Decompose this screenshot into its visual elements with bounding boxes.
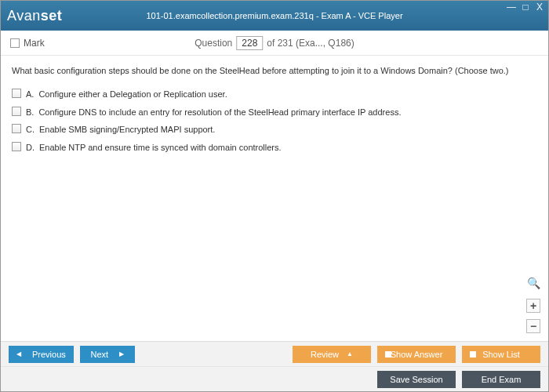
question-label-pre: Question — [195, 38, 232, 49]
save-session-button[interactable]: Save Session — [377, 371, 456, 388]
mark-label: Mark — [24, 38, 45, 49]
zoom-out-button[interactable]: − — [526, 319, 540, 333]
app-window: Avanset 101-01.examcollection.premium.ex… — [0, 0, 549, 392]
checkbox-icon — [10, 38, 20, 48]
option-letter: D. — [26, 141, 35, 154]
option-c[interactable]: C. Enable SMB signing/Encrypted MAPI sup… — [12, 123, 537, 136]
question-label-post: of 231 (Exa..., Q186) — [267, 38, 354, 49]
titlebar: Avanset 101-01.examcollection.premium.ex… — [1, 1, 548, 31]
previous-button[interactable]: Previous — [9, 346, 74, 363]
next-button[interactable]: Next — [80, 346, 135, 363]
zoom-in-button[interactable]: + — [526, 299, 540, 313]
checkbox-icon — [12, 107, 21, 116]
option-text: Enable NTP and ensure time is synced wit… — [39, 141, 282, 154]
show-list-label: Show List — [482, 350, 520, 359]
option-letter: A. — [26, 88, 34, 101]
zoom-controls: 🔍 + − — [526, 277, 540, 333]
option-text: Enable SMB signing/Encrypted MAPI suppor… — [39, 123, 215, 136]
question-content: What basic configuration steps should be… — [1, 56, 548, 341]
checkbox-icon — [12, 89, 21, 98]
show-list-button[interactable]: Show List — [462, 346, 540, 363]
logo-part-a: Avan — [7, 8, 41, 24]
square-icon — [385, 351, 391, 358]
minimize-icon[interactable]: — — [506, 2, 517, 12]
logo-part-b: set — [41, 8, 63, 24]
review-label: Review — [311, 350, 339, 359]
magnify-icon[interactable]: 🔍 — [527, 277, 540, 289]
previous-label: Previous — [32, 350, 66, 359]
option-b[interactable]: B. Configure DNS to include an entry for… — [12, 106, 537, 119]
footer-row-2: Save Session End Exam — [1, 366, 548, 391]
close-icon[interactable]: X — [534, 2, 545, 12]
question-number-input[interactable]: 228 — [236, 36, 263, 50]
checkbox-icon — [12, 124, 21, 133]
next-label: Next — [90, 350, 108, 359]
app-logo: Avanset — [7, 8, 62, 24]
review-button[interactable]: Review — [293, 346, 371, 363]
option-text: Configure either a Delegation or Replica… — [38, 88, 227, 101]
window-controls: — □ X — [506, 2, 545, 12]
maximize-icon[interactable]: □ — [520, 2, 531, 12]
footer-row-1: Previous Next Review Show Answer Show Li… — [1, 341, 548, 366]
end-exam-button[interactable]: End Exam — [462, 371, 540, 388]
checkbox-icon — [12, 142, 21, 151]
show-answer-label: Show Answer — [391, 350, 443, 359]
show-answer-button[interactable]: Show Answer — [377, 346, 456, 363]
option-d[interactable]: D. Enable NTP and ensure time is synced … — [12, 141, 537, 154]
square-icon — [470, 351, 476, 358]
question-stem: What basic configuration steps should be… — [12, 65, 537, 77]
option-letter: C. — [26, 123, 35, 136]
mark-checkbox[interactable]: Mark — [10, 38, 45, 49]
option-a[interactable]: A. Configure either a Delegation or Repl… — [12, 88, 537, 101]
option-letter: B. — [26, 106, 34, 119]
option-text: Configure DNS to include an entry for re… — [38, 106, 401, 119]
question-bar: Mark Question 228 of 231 (Exa..., Q186) — [1, 31, 548, 56]
question-counter: Question 228 of 231 (Exa..., Q186) — [195, 36, 354, 50]
window-title: 101-01.examcollection.premium.exam.231q … — [146, 11, 402, 20]
